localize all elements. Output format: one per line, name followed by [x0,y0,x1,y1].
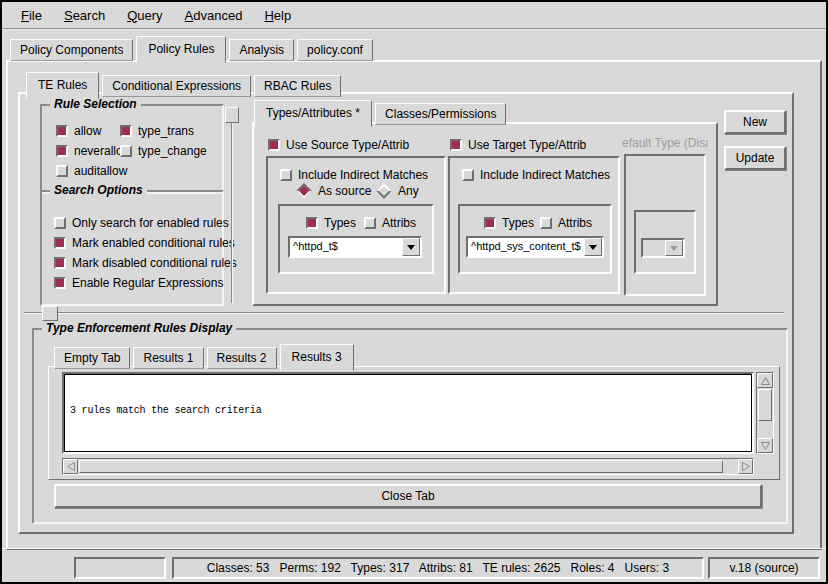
default-type-dropdown-button [665,240,683,256]
radio-any[interactable]: Any [376,184,419,198]
type-change-check-indicator[interactable] [120,145,132,157]
menu-search[interactable]: Search [55,5,114,26]
results-vertical-scrollbar[interactable] [756,372,774,454]
scroll-up-button[interactable] [757,373,773,388]
menu-help[interactable]: Help [255,5,300,26]
close-tab-button[interactable]: Close Tab [54,484,762,508]
target-types-label: Types [502,216,534,230]
use-target-check-indicator[interactable] [450,139,462,151]
checkbox-target-types[interactable]: Types [484,216,534,230]
results-textarea[interactable]: 3 rules match the search criteria (5822)… [62,372,754,454]
tab-policy-rules[interactable]: Policy Rules [136,36,226,63]
te-rules-display-frame: Type Enforcement Rules Display Empty Tab… [32,328,788,524]
checkbox-target-attribs[interactable]: Attribs [540,216,592,230]
target-type-combobox[interactable]: ^httpd_sys_content_t$ [466,236,604,258]
as-source-radio-indicator[interactable] [296,183,311,198]
target-type-value[interactable]: ^httpd_sys_content_t$ [468,238,584,256]
type-trans-check-indicator[interactable] [120,125,132,137]
type-change-label: type_change [138,144,207,158]
tab-rbac-rules[interactable]: RBAC Rules [254,75,341,97]
as-source-label: As source [318,184,371,198]
source-type-combobox[interactable]: ^httpd_t$ [288,236,422,258]
checkbox-mark-enabled-conditional[interactable]: Mark enabled conditional rules [54,236,235,250]
target-attribs-check-indicator[interactable] [540,217,552,229]
any-radio-indicator[interactable] [376,183,391,198]
checkbox-use-source-type[interactable]: Use Source Type/Attrib [268,138,409,152]
horizontal-scroll-thumb[interactable] [79,460,723,473]
tab-types-attributes[interactable]: Types/Attributes * [254,100,372,127]
checkbox-type-change[interactable]: type_change [120,144,207,158]
mark-enabled-label: Mark enabled conditional rules [72,236,235,250]
tab-empty-tab[interactable]: Empty Tab [54,347,130,369]
target-indirect-label: Include Indirect Matches [480,168,610,182]
results-horizontal-scrollbar[interactable] [62,458,754,475]
source-type-value[interactable]: ^httpd_t$ [290,238,402,256]
chevron-down-icon [589,245,597,254]
vertical-sash-grip[interactable] [225,107,239,123]
checkbox-source-attribs[interactable]: Attribs [364,216,416,230]
source-types-check-indicator[interactable] [306,217,318,229]
source-indirect-check-indicator[interactable] [280,169,292,181]
horizontal-sash-grip[interactable] [42,306,58,321]
target-attribs-label: Attribs [558,216,592,230]
allow-label: allow [74,124,101,138]
tab-analysis[interactable]: Analysis [229,39,294,61]
tab-conditional-expressions[interactable]: Conditional Expressions [102,75,251,97]
tab-classes-permissions[interactable]: Classes/Permissions [375,103,506,125]
status-cell-empty [74,557,166,579]
tab-results-1[interactable]: Results 1 [133,347,203,369]
use-source-check-indicator[interactable] [268,139,280,151]
results-text[interactable]: 3 rules match the search criteria (5822)… [64,374,752,452]
enable-regex-check-indicator[interactable] [54,277,66,289]
allow-check-indicator[interactable] [56,125,68,137]
scroll-left-button[interactable] [63,459,78,474]
te-rules-panel: Rule Selection allow type_trans neverall… [18,92,794,534]
source-attribs-check-indicator[interactable] [364,217,376,229]
auditallow-check-indicator[interactable] [56,165,68,177]
tab-results-2[interactable]: Results 2 [207,347,277,369]
default-type-value [643,240,665,256]
scroll-right-button[interactable] [738,459,753,474]
status-cell-version: v.18 (source) [708,557,820,579]
scroll-down-button[interactable] [757,438,773,453]
tab-policy-conf[interactable]: policy.conf [297,39,373,61]
checkbox-allow[interactable]: allow [56,124,101,138]
update-button[interactable]: Update [724,146,786,170]
source-types-attribs-frame: Types Attribs ^httpd_t$ [278,204,434,274]
checkbox-mark-disabled-conditional[interactable]: Mark disabled conditional rules [54,256,237,270]
target-indirect-check-indicator[interactable] [462,169,474,181]
mark-disabled-check-indicator[interactable] [54,257,66,269]
radio-as-source[interactable]: As source [296,184,371,198]
new-button[interactable]: New [724,110,786,134]
tab-te-rules[interactable]: TE Rules [26,72,99,99]
checkbox-only-enabled-rules[interactable]: Only search for enabled rules [54,216,229,230]
checkbox-use-target-type[interactable]: Use Target Type/Attrib [450,138,586,152]
mark-disabled-label: Mark disabled conditional rules [72,256,237,270]
checkbox-source-include-indirect[interactable]: Include Indirect Matches [280,168,428,182]
source-type-dropdown-button[interactable] [402,238,420,256]
tab-policy-components[interactable]: Policy Components [10,39,133,61]
checkbox-target-include-indirect[interactable]: Include Indirect Matches [462,168,610,182]
target-types-check-indicator[interactable] [484,217,496,229]
search-options-title: Search Options [50,183,147,197]
checkbox-enable-regex[interactable]: Enable Regular Expressions [54,276,223,290]
checkbox-source-types[interactable]: Types [306,216,356,230]
results-blank-line [70,443,746,452]
checkbox-type-trans[interactable]: type_trans [120,124,194,138]
types-attributes-tab-bar: Types/Attributes * Classes/Permissions [254,100,509,125]
default-type-inner-frame [634,210,696,274]
arrow-left-icon [67,462,75,471]
menu-file[interactable]: File [12,5,51,26]
results-tab-bar: Empty Tab Results 1 Results 2 Results 3 [54,344,357,369]
neverallow-check-indicator[interactable] [56,145,68,157]
menu-bar: File Search Query Advanced Help [2,2,826,30]
horizontal-sash-line [24,312,784,314]
mark-enabled-check-indicator[interactable] [54,237,66,249]
only-enabled-check-indicator[interactable] [54,217,66,229]
checkbox-auditallow[interactable]: auditallow [56,164,127,178]
vertical-scroll-thumb[interactable] [758,389,772,421]
tab-results-3[interactable]: Results 3 [280,344,354,371]
menu-advanced[interactable]: Advanced [176,5,252,26]
target-type-dropdown-button[interactable] [584,238,602,256]
menu-query[interactable]: Query [118,5,171,26]
